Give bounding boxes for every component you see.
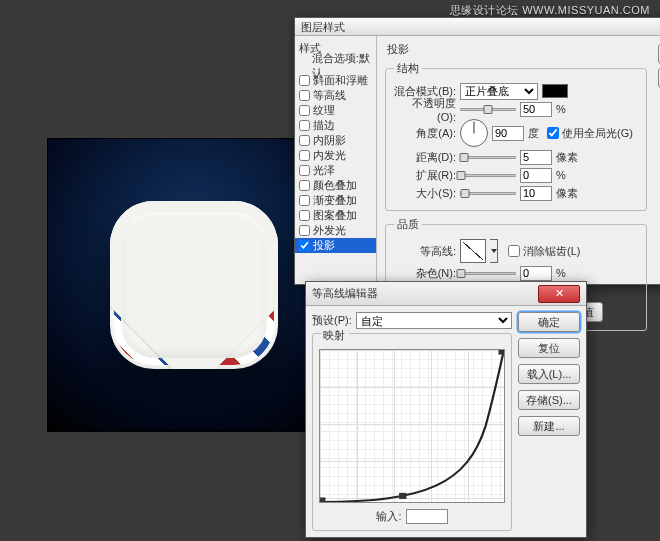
style-option-label: 内发光 — [313, 148, 346, 163]
distance-input[interactable] — [520, 150, 552, 165]
style-checkbox-satin[interactable] — [299, 165, 310, 176]
size-slider[interactable] — [460, 192, 516, 195]
load-button[interactable]: 载入(L)... — [518, 364, 580, 384]
angle-input[interactable] — [492, 126, 524, 141]
noise-slider[interactable] — [460, 272, 516, 275]
size-input[interactable] — [520, 186, 552, 201]
style-option-stroke[interactable]: 描边 — [295, 118, 376, 133]
style-option-label: 颜色叠加 — [313, 178, 357, 193]
spread-slider[interactable] — [460, 174, 516, 177]
curve-input-field[interactable] — [406, 509, 448, 524]
mapping-legend: 映射 — [321, 328, 349, 343]
size-label: 大小(S): — [394, 186, 456, 201]
preset-label: 预设(P): — [312, 313, 352, 328]
style-option-blend[interactable]: 混合选项:默认 — [295, 58, 376, 73]
close-button[interactable]: ✕ — [538, 285, 580, 303]
distance-slider[interactable] — [460, 156, 516, 159]
save-button[interactable]: 存储(S)... — [518, 390, 580, 410]
layer-style-main: 投影 结构 混合模式(B): 正片叠底 不透明度(O): % — [377, 36, 655, 284]
style-checkbox-outerglow[interactable] — [299, 225, 310, 236]
style-option-label: 内阴影 — [313, 133, 346, 148]
style-option-innershadow[interactable]: 内阴影 — [295, 133, 376, 148]
style-option-label: 等高线 — [313, 88, 346, 103]
distance-label: 距离(D): — [394, 150, 456, 165]
style-checkbox-patoverlay[interactable] — [299, 210, 310, 221]
reset-button[interactable]: 复位 — [518, 338, 580, 358]
style-option-satin[interactable]: 光泽 — [295, 163, 376, 178]
opacity-unit: % — [556, 103, 566, 115]
svg-rect-1 — [399, 493, 406, 499]
style-list: 样式 混合选项:默认斜面和浮雕等高线纹理描边内阴影内发光光泽颜色叠加渐变叠加图案… — [295, 36, 377, 284]
contour-label: 等高线: — [394, 244, 456, 259]
svg-rect-2 — [498, 350, 504, 355]
layer-style-right-buttons: 新 — [655, 36, 660, 284]
structure-group: 结构 混合模式(B): 正片叠底 不透明度(O): % — [385, 61, 647, 211]
noise-label: 杂色(N): — [394, 266, 456, 281]
opacity-label: 不透明度(O): — [394, 96, 456, 123]
style-option-innerglow[interactable]: 内发光 — [295, 148, 376, 163]
style-option-texture[interactable]: 纹理 — [295, 103, 376, 118]
style-checkbox-stroke[interactable] — [299, 120, 310, 131]
structure-legend: 结构 — [394, 61, 422, 76]
global-light-checkbox[interactable]: 使用全局光(G) — [547, 126, 633, 141]
angle-dial[interactable] — [460, 119, 488, 147]
shadow-color-swatch[interactable] — [542, 84, 568, 98]
preset-select[interactable]: 自定 — [356, 312, 512, 329]
svg-rect-0 — [320, 497, 326, 502]
contour-picker[interactable] — [460, 239, 486, 263]
style-checkbox-coloroverlay[interactable] — [299, 180, 310, 191]
curve-canvas[interactable] — [319, 349, 505, 503]
blend-mode-select[interactable]: 正片叠底 — [460, 83, 538, 100]
chevron-down-icon — [491, 249, 497, 253]
layer-style-title: 图层样式 — [295, 18, 660, 36]
style-option-label: 斜面和浮雕 — [313, 73, 368, 88]
style-option-dropshadow[interactable]: 投影 — [295, 238, 376, 253]
style-checkbox-innerglow[interactable] — [299, 150, 310, 161]
style-option-patoverlay[interactable]: 图案叠加 — [295, 208, 376, 223]
style-option-contourFx[interactable]: 等高线 — [295, 88, 376, 103]
style-checkbox-gradoverlay[interactable] — [299, 195, 310, 206]
style-option-bevel[interactable]: 斜面和浮雕 — [295, 73, 376, 88]
envelope-flap — [110, 201, 278, 369]
opacity-slider[interactable] — [460, 108, 516, 111]
layer-style-dialog: 图层样式 样式 混合选项:默认斜面和浮雕等高线纹理描边内阴影内发光光泽颜色叠加渐… — [294, 17, 660, 285]
style-checkbox-texture[interactable] — [299, 105, 310, 116]
style-option-label: 外发光 — [313, 223, 346, 238]
contour-titlebar[interactable]: 等高线编辑器 ✕ — [306, 282, 586, 306]
anti-alias-checkbox[interactable]: 消除锯齿(L) — [508, 244, 580, 259]
style-option-coloroverlay[interactable]: 颜色叠加 — [295, 178, 376, 193]
style-option-label: 光泽 — [313, 163, 335, 178]
anti-alias-label: 消除锯齿(L) — [523, 244, 580, 259]
contour-title: 等高线编辑器 — [312, 286, 534, 301]
quality-legend: 品质 — [394, 217, 422, 232]
contour-buttons: 确定 复位 载入(L)... 存储(S)... 新建... — [518, 312, 580, 531]
style-option-gradoverlay[interactable]: 渐变叠加 — [295, 193, 376, 208]
contour-dropdown-button[interactable] — [490, 239, 498, 263]
style-option-label: 渐变叠加 — [313, 193, 357, 208]
style-checkbox-innershadow[interactable] — [299, 135, 310, 146]
style-option-label: 投影 — [313, 238, 335, 253]
size-unit: 像素 — [556, 186, 578, 201]
page-watermark: 思缘设计论坛 WWW.MISSYUAN.COM — [450, 3, 650, 18]
style-option-label: 图案叠加 — [313, 208, 357, 223]
style-option-label: 纹理 — [313, 103, 335, 118]
style-checkbox-bevel[interactable] — [299, 75, 310, 86]
curve-input-label: 输入: — [376, 509, 401, 524]
spread-label: 扩展(R): — [394, 168, 456, 183]
opacity-input[interactable] — [520, 102, 552, 117]
mapping-group: 映射 输入: — [312, 333, 512, 531]
angle-unit: 度 — [528, 126, 539, 141]
noise-input[interactable] — [520, 266, 552, 281]
new-button[interactable]: 新建... — [518, 416, 580, 436]
style-checkbox-dropshadow[interactable] — [299, 240, 310, 251]
style-checkbox-contourFx[interactable] — [299, 90, 310, 101]
style-option-outerglow[interactable]: 外发光 — [295, 223, 376, 238]
spread-input[interactable] — [520, 168, 552, 183]
section-heading: 投影 — [387, 42, 647, 57]
style-option-label: 描边 — [313, 118, 335, 133]
angle-label: 角度(A): — [394, 126, 456, 141]
ok-button[interactable]: 确定 — [518, 312, 580, 332]
envelope-icon — [110, 201, 278, 369]
global-light-label: 使用全局光(G) — [562, 126, 633, 141]
spread-unit: % — [556, 169, 566, 181]
